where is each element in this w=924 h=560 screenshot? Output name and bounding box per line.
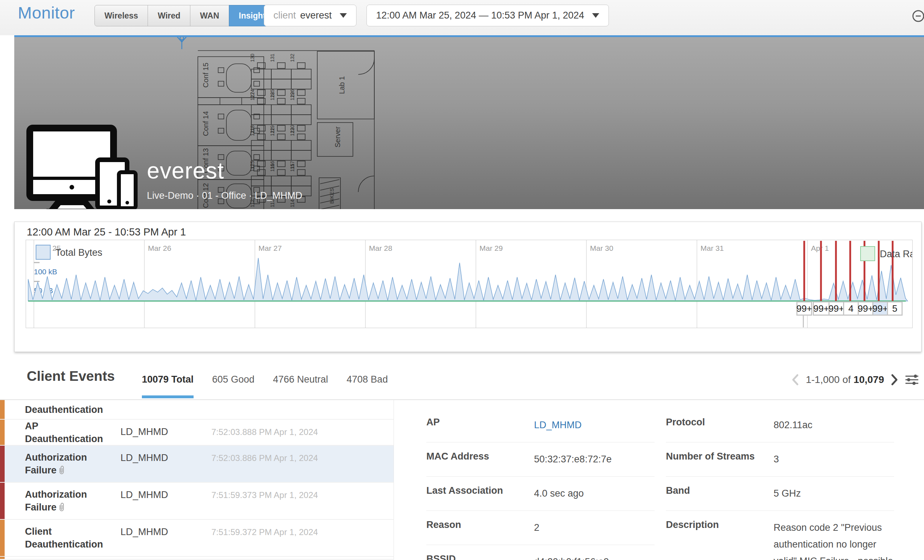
detail-row: MAC Address50:32:37:e8:72:7e — [426, 442, 654, 477]
detail-label: Last Association — [426, 485, 534, 496]
client-selector-value: everest — [300, 10, 332, 21]
event-count-badge[interactable]: 99+ — [814, 302, 828, 314]
event-count-badge[interactable]: 4 — [843, 302, 858, 314]
event-severity-bar — [0, 420, 4, 445]
desk-number: 120 — [290, 125, 295, 133]
chevron-left-icon[interactable] — [791, 374, 799, 386]
detail-label: Number of Streams — [666, 451, 774, 462]
events-tab-good[interactable]: 605 Good — [212, 374, 255, 398]
event-device: LD_MHMD — [120, 527, 168, 538]
detail-value: 50:32:37:e8:72:7e — [534, 451, 654, 468]
event-timestamp: 7:52:03.886 PM Apr 1, 2024 — [212, 453, 318, 463]
detail-label: Protocol — [666, 417, 774, 427]
event-device: LD_MHMD — [120, 452, 168, 463]
event-row[interactable] — [0, 557, 393, 560]
event-severity-bar — [0, 557, 4, 559]
desk-number: 132 — [290, 54, 295, 62]
breadcrumb: Live-Demo · 01 - Office · LD_MHMD — [147, 190, 302, 201]
desk-number: 130 — [249, 54, 255, 62]
tab-wan[interactable]: WAN — [190, 5, 229, 26]
event-row[interactable]: ClientDeauthenticationLD_MHMD7:51:59.372… — [0, 520, 393, 557]
legend-total-bytes: Total Bytes — [55, 247, 102, 258]
event-severity-bar — [0, 446, 4, 482]
event-timestamp: 7:51:59.373 PM Apr 1, 2024 — [212, 490, 318, 500]
pagination: 1-1,000 of 10,079 — [791, 373, 919, 386]
client-events-heading: Client Events — [27, 368, 115, 384]
tab-wired[interactable]: Wired — [148, 5, 190, 26]
client-selector[interactable]: client everest — [264, 4, 357, 26]
event-details-panel: APLD_MHMDMAC Address50:32:37:e8:72:7eLas… — [426, 408, 894, 560]
paperclip-icon — [58, 502, 65, 512]
events-tab-total[interactable]: 10079 Total — [142, 374, 194, 398]
event-count-badge[interactable]: 99+ — [828, 302, 843, 314]
detail-row: Protocol802.11ac — [666, 408, 894, 442]
detail-value: d4:20:b0:f1:56:a9 — [534, 554, 654, 560]
event-count-badge[interactable]: 99+ — [796, 301, 812, 316]
event-count-badge[interactable]: 99+ — [872, 302, 887, 314]
antenna-icon — [174, 35, 190, 52]
events-tab-neutral[interactable]: 4766 Neutral — [273, 374, 328, 398]
room-label: Conf 14 — [202, 111, 210, 136]
event-count-badge[interactable]: 5 — [887, 302, 902, 314]
detail-value: 3 — [774, 451, 894, 468]
event-row[interactable]: AuthorizationFailureLD_MHMD7:51:59.373 P… — [0, 483, 393, 520]
detail-row: Number of Streams3 — [666, 442, 894, 477]
events-tab-bad[interactable]: 4708 Bad — [346, 374, 388, 398]
event-timestamp: 7:52:03.888 PM Apr 1, 2024 — [212, 427, 318, 437]
detail-value: Reason code 2 "Previous authentication n… — [774, 520, 894, 560]
detail-row: Reason2 — [426, 511, 654, 545]
date-range-picker[interactable]: 12:00 AM Mar 25, 2024 — 10:53 PM Apr 1, … — [366, 4, 609, 26]
y-axis-label: 100 kB — [34, 268, 57, 276]
top-bar: Monitor WirelessWiredWANInsights client … — [0, 0, 924, 35]
event-row[interactable]: AuthorizationFailureLD_MHMD7:52:03.886 P… — [0, 446, 393, 483]
event-timestamp: 7:51:59.372 PM Apr 1, 2024 — [212, 527, 318, 537]
monitor-tab-group: WirelessWiredWANInsights — [94, 5, 280, 26]
event-row[interactable]: AP DeauthenticationLD_MHMD7:52:03.888 PM… — [0, 420, 393, 446]
detail-row: APLD_MHMD — [426, 408, 654, 442]
total-bytes-area — [28, 258, 908, 301]
desk-number: 131 — [270, 54, 275, 62]
detail-label: MAC Address — [426, 451, 534, 462]
detail-label: Band — [666, 485, 774, 496]
selected-event-connector — [803, 316, 804, 327]
desk-number: 119 — [270, 125, 275, 133]
usage-chart-card: 12:00 AM Mar 25 - 10:53 PM Apr 1 Mar 25M… — [14, 222, 921, 352]
chevron-right-icon[interactable] — [891, 374, 898, 386]
detail-row: Last Association4.0 sec ago — [426, 477, 654, 511]
filter-sliders-icon[interactable] — [905, 373, 919, 386]
detail-label: Reason — [426, 520, 534, 530]
event-name: AuthorizationFailure — [25, 488, 114, 514]
phone-device-icon — [117, 170, 138, 209]
x-axis-label: Mar 29 — [480, 244, 502, 252]
zoom-out-icon[interactable] — [911, 8, 924, 24]
page-title: Monitor — [18, 3, 75, 22]
event-row[interactable]: Deauthentication — [0, 400, 393, 420]
detail-value: 2 — [534, 520, 654, 536]
detail-value: 802.11ac — [774, 417, 894, 434]
room-label: BIKES — [328, 188, 335, 204]
legend-data-rate: Data Rate — [880, 249, 912, 259]
detail-label: Description — [666, 520, 774, 530]
detail-value-link[interactable]: LD_MHMD — [534, 417, 654, 434]
tab-wireless[interactable]: Wireless — [94, 5, 148, 26]
event-count-badge-group: 99+99+499+99+5 — [813, 301, 903, 316]
usage-chart-svg: Mar 25Mar 26Mar 27Mar 28Mar 29Mar 30Mar … — [26, 240, 912, 328]
page: Monitor WirelessWiredWANInsights client … — [0, 0, 924, 560]
detail-label: BSSID — [426, 554, 534, 560]
usage-chart[interactable]: Mar 25Mar 26Mar 27Mar 28Mar 29Mar 30Mar … — [26, 240, 913, 328]
event-severity-bar — [0, 520, 4, 556]
chevron-down-icon — [592, 13, 599, 18]
desk-number: 116 — [270, 161, 275, 169]
client-name: everest — [147, 157, 224, 184]
detail-value: 4.0 sec ago — [534, 485, 654, 502]
pagination-text: 1-1,000 of 10,079 — [806, 374, 884, 385]
event-name: ClientDeauthentication — [25, 525, 114, 551]
client-hero-banner: 1301271311281321291241211251221261231181… — [14, 35, 924, 209]
x-axis-label: Mar 27 — [258, 244, 282, 252]
event-name: AP Deauthentication — [25, 420, 114, 445]
event-name: Deauthentication — [25, 403, 114, 416]
desk-clusters: 1301271311281321291241211251221261231181… — [249, 54, 311, 207]
event-count-badge[interactable]: 99+ — [858, 302, 872, 314]
detail-row: BSSIDd4:20:b0:f1:56:a9 — [426, 545, 654, 560]
detail-value: 5 GHz — [774, 485, 894, 502]
